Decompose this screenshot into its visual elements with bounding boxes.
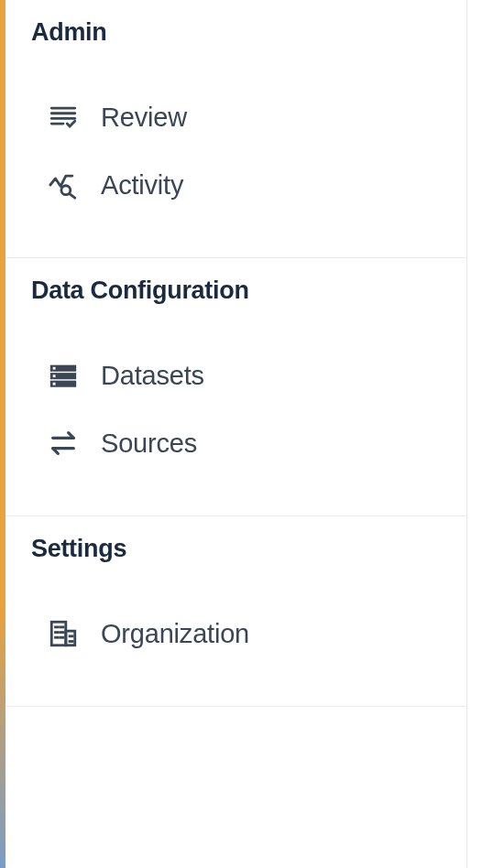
svg-rect-10 <box>53 374 56 377</box>
data-configuration-section-title: Data Configuration <box>31 277 441 305</box>
admin-section: Admin Review Activi <box>5 0 466 258</box>
settings-section: Settings Organization <box>5 516 466 707</box>
sidebar-item-label: Activity <box>101 170 183 201</box>
activity-search-icon <box>48 169 79 201</box>
storage-icon <box>48 360 79 391</box>
sidebar-item-label: Review <box>101 103 187 133</box>
swap-arrows-icon <box>48 428 79 459</box>
right-edge-spacer <box>467 0 482 868</box>
sidebar-item-label: Organization <box>101 619 249 649</box>
sidebar-item-datasets[interactable]: Datasets <box>31 342 441 409</box>
sidebar-item-review[interactable]: Review <box>31 83 441 151</box>
svg-rect-11 <box>53 383 56 385</box>
svg-rect-15 <box>66 631 75 646</box>
sidebar-item-label: Sources <box>101 429 197 459</box>
data-configuration-section: Data Configuration Datasets <box>5 258 466 516</box>
review-checklist-icon <box>48 102 79 133</box>
svg-line-5 <box>70 194 75 199</box>
sidebar-item-organization[interactable]: Organization <box>31 600 441 667</box>
svg-rect-9 <box>53 367 56 370</box>
sidebar-navigation: Admin Review Activi <box>5 0 467 868</box>
sidebar-item-sources[interactable]: Sources <box>31 409 441 477</box>
sidebar-item-label: Datasets <box>101 361 204 391</box>
organization-icon <box>48 618 79 649</box>
settings-section-title: Settings <box>31 535 441 563</box>
sidebar-item-activity[interactable]: Activity <box>31 151 441 219</box>
admin-section-title: Admin <box>31 18 441 47</box>
